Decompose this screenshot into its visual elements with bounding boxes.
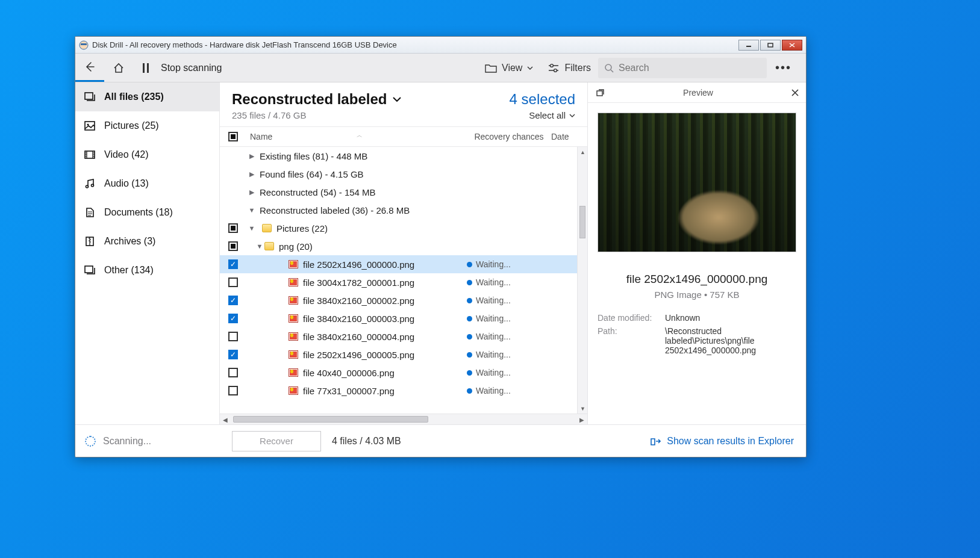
table-row[interactable]: file 2502x1496_000005.pngWaiting... <box>220 346 587 364</box>
row-checkbox[interactable] <box>228 332 238 341</box>
expand-toggle[interactable]: ▶ <box>246 170 257 178</box>
table-row[interactable]: file 3840x2160_000004.pngWaiting... <box>220 327 587 346</box>
expand-toggle[interactable]: ▶ <box>246 188 257 196</box>
recover-button[interactable]: Recover <box>232 431 321 451</box>
row-checkbox[interactable] <box>228 314 238 323</box>
column-name[interactable]: ︿Name <box>246 132 467 141</box>
expand-toggle[interactable]: ▼ <box>246 206 257 214</box>
vertical-scrollbar[interactable]: ▲ ▼ <box>577 147 587 414</box>
scroll-left-button[interactable]: ◀ <box>220 414 231 424</box>
view-label: View <box>502 63 522 73</box>
scroll-right-button[interactable]: ▶ <box>576 414 587 424</box>
view-dropdown[interactable]: View <box>478 63 540 73</box>
table-row[interactable]: file 77x31_000007.pngWaiting... <box>220 382 587 400</box>
table-row[interactable]: file 3004x1782_000001.pngWaiting... <box>220 273 587 291</box>
table-row[interactable]: file 3840x2160_000002.pngWaiting... <box>220 291 587 309</box>
table-row[interactable]: file 3840x2160_000003.pngWaiting... <box>220 309 587 327</box>
content-heading-dropdown[interactable]: Reconstructed labeled <box>232 91 510 108</box>
search-field[interactable] <box>619 63 761 73</box>
svg-point-7 <box>554 69 557 72</box>
pause-button[interactable] <box>133 54 158 82</box>
row-checkbox[interactable] <box>228 241 238 251</box>
expand-toggle[interactable]: ▼ <box>246 225 257 232</box>
row-checkbox[interactable] <box>228 277 238 287</box>
table-row[interactable]: ▶Found files (64) - 4.15 GB <box>220 165 587 183</box>
select-all-toggle[interactable]: Select all <box>510 110 575 120</box>
status-dot-icon <box>467 316 472 321</box>
ellipsis-icon: ••• <box>775 61 791 74</box>
chevron-down-icon <box>527 66 533 70</box>
table-row[interactable]: ▶Existing files (81) - 448 MB <box>220 147 587 165</box>
expand-toggle[interactable]: ▶ <box>246 152 257 160</box>
column-recovery[interactable]: Recovery chances <box>467 132 551 141</box>
sidebar-item-pictures[interactable]: Pictures (25) <box>75 111 219 140</box>
table-row[interactable]: ▼png (20) <box>220 237 587 255</box>
table-row[interactable]: ▶Reconstructed (54) - 154 MB <box>220 183 587 201</box>
date-modified-label: Date modified: <box>598 313 658 323</box>
preview-file-name: file 2502x1496_000000.png <box>588 273 806 286</box>
row-checkbox[interactable] <box>228 386 238 395</box>
sidebar-item-label: Documents (18) <box>104 207 173 218</box>
folder-icon <box>264 242 274 250</box>
close-icon <box>791 89 799 96</box>
more-button[interactable]: ••• <box>767 61 800 75</box>
popout-button[interactable] <box>595 88 605 98</box>
horizontal-scrollbar[interactable]: ◀ ▶ <box>220 414 587 424</box>
file-name: file 77x31_000007.png <box>303 386 395 396</box>
status-dot-icon <box>467 388 472 394</box>
minimize-button[interactable] <box>738 40 759 51</box>
popout-icon <box>595 88 605 98</box>
sidebar-item-documents[interactable]: Documents (18) <box>75 198 219 227</box>
app-icon <box>79 40 89 50</box>
row-checkbox[interactable] <box>228 350 238 359</box>
column-date[interactable]: Date <box>551 132 587 141</box>
music-icon <box>84 178 96 189</box>
folder-label: png (20) <box>279 241 313 252</box>
table-row[interactable]: file 40x40_000006.pngWaiting... <box>220 364 587 382</box>
table-row[interactable]: ▼Reconstructed labeled (36) - 26.8 MB <box>220 201 587 219</box>
row-checkbox[interactable] <box>228 368 238 377</box>
filters-button[interactable]: Filters <box>540 63 598 73</box>
status-dot-icon <box>467 280 472 285</box>
external-link-icon <box>650 436 661 446</box>
expand-toggle[interactable]: ▼ <box>246 243 260 250</box>
stop-scanning-label[interactable]: Stop scanning <box>161 63 222 73</box>
sidebar-item-video[interactable]: Video (42) <box>75 140 219 169</box>
maximize-button[interactable] <box>760 40 781 51</box>
titlebar[interactable]: Disk Drill - All recovery methods - Hard… <box>75 37 806 54</box>
preview-close-button[interactable] <box>791 89 799 96</box>
chevron-down-icon <box>569 114 575 117</box>
scroll-up-button[interactable]: ▲ <box>578 147 587 157</box>
row-checkbox[interactable] <box>228 296 238 305</box>
scroll-thumb[interactable] <box>579 206 585 238</box>
home-button[interactable] <box>104 54 133 82</box>
scroll-thumb[interactable] <box>233 416 428 423</box>
svg-rect-9 <box>85 93 93 99</box>
file-name: file 3004x1782_000001.png <box>303 277 414 288</box>
file-table: ▶Existing files (81) - 448 MB▶Found file… <box>220 147 587 414</box>
show-in-explorer-link[interactable]: Show scan results in Explorer <box>650 436 794 447</box>
table-row[interactable]: ▼Pictures (22) <box>220 219 587 237</box>
sidebar-item-archives[interactable]: Archives (3) <box>75 227 219 256</box>
close-button[interactable] <box>782 40 802 51</box>
window-title: Disk Drill - All recovery methods - Hard… <box>92 40 738 49</box>
sidebar-item-label: All files (235) <box>104 91 164 102</box>
sidebar-item-audio[interactable]: Audio (13) <box>75 169 219 198</box>
sidebar-item-all-files[interactable]: All files (235) <box>75 82 219 111</box>
scroll-down-button[interactable]: ▼ <box>578 403 587 414</box>
content-pane: Reconstructed labeled 235 files / 4.76 G… <box>220 82 588 424</box>
svg-point-8 <box>605 64 611 70</box>
back-button[interactable] <box>75 54 104 82</box>
row-checkbox[interactable] <box>228 259 238 269</box>
header-checkbox[interactable] <box>228 132 238 141</box>
search-input[interactable] <box>598 58 767 78</box>
sort-indicator-icon: ︿ <box>357 131 363 140</box>
film-icon <box>84 149 96 160</box>
footer: Scanning... Recover 4 files / 4.03 MB Sh… <box>75 424 806 457</box>
sidebar-item-other[interactable]: Other (134) <box>75 256 219 285</box>
recovery-status: Waiting... <box>476 368 511 377</box>
row-checkbox[interactable] <box>228 223 238 233</box>
table-row[interactable]: file 2502x1496_000000.pngWaiting... <box>220 255 587 273</box>
group-label: Existing files (81) - 448 MB <box>260 151 367 161</box>
date-modified-value: Unknown <box>665 313 796 323</box>
